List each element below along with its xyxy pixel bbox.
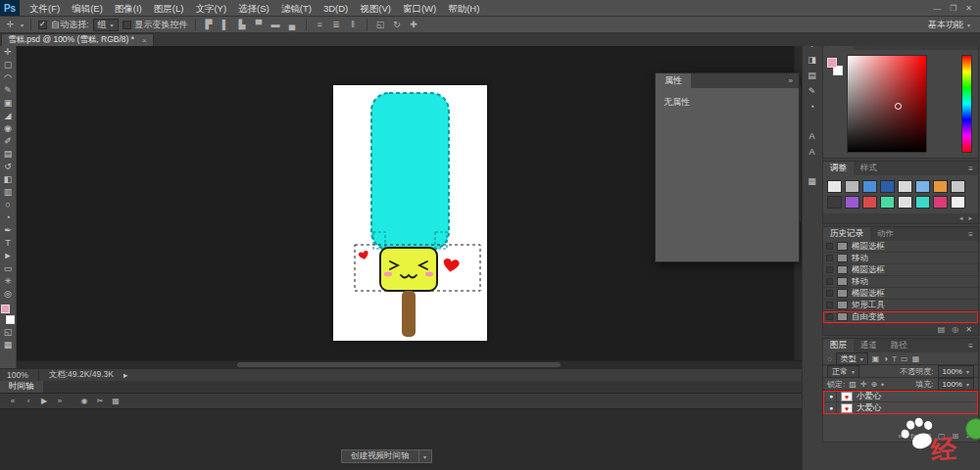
adjustment-swatch[interactable] (845, 196, 859, 209)
distribute-icon-1[interactable]: ≡ (314, 20, 326, 29)
tool-screen-mode[interactable]: ▦ (0, 339, 16, 352)
tool-gradient[interactable]: ▥ (0, 186, 16, 199)
first-frame-icon[interactable]: « (6, 397, 20, 405)
minimize-icon[interactable]: — (933, 4, 941, 13)
tool-clone-stamp[interactable]: ▤ (0, 148, 16, 161)
move-tool-preset-icon[interactable]: ✛ (4, 20, 17, 29)
tool-eraser[interactable]: ◧ (0, 173, 16, 186)
visibility-eye-icon[interactable]: ● (826, 392, 837, 401)
history-source-box[interactable] (826, 266, 833, 273)
adjustment-swatch[interactable] (898, 180, 912, 193)
prev-icon[interactable]: ◂ (959, 214, 963, 222)
history-item[interactable]: 椭圆选框 (823, 288, 978, 300)
panel-menu-icon[interactable]: ≡ (968, 342, 978, 351)
tool-shape[interactable]: ▭ (0, 262, 16, 275)
horizontal-scrollbar[interactable] (17, 360, 802, 368)
collapse-panel-icon[interactable]: » (789, 76, 799, 85)
character-panel-icon[interactable]: A (808, 131, 814, 141)
tool-quick-mask[interactable]: ◱ (0, 326, 16, 339)
align-vcenter-icon[interactable]: ▬ (270, 20, 282, 29)
align-hcenter-icon[interactable]: ▌ (220, 20, 232, 29)
history-item-highlighted[interactable]: 自由变换 (823, 311, 978, 323)
adjustment-swatch[interactable] (845, 180, 859, 193)
foreground-color-swatch[interactable] (1, 305, 10, 313)
tool-preset-caret-icon[interactable]: ▾ (21, 22, 24, 28)
tool-marquee[interactable]: ▢ (0, 59, 16, 71)
tool-lasso[interactable]: ◠ (0, 71, 16, 84)
history-source-box[interactable] (826, 302, 833, 308)
tab-layers[interactable]: 图层 (823, 339, 854, 352)
adjustment-swatch[interactable] (862, 180, 877, 193)
opacity-dropdown[interactable]: 100%▾ (938, 365, 974, 378)
tool-quick-select[interactable]: ✎ (0, 84, 16, 97)
lock-pixels-icon[interactable]: ⊕ (871, 380, 878, 389)
panel-menu-icon[interactable]: ≡ (968, 230, 978, 239)
audio-icon[interactable]: ◉ (77, 397, 91, 405)
3d-mode-icon-3[interactable]: ✚ (408, 20, 420, 29)
tool-healing-brush[interactable]: ◉ (0, 122, 16, 135)
adjustment-swatch[interactable] (862, 196, 877, 209)
tool-pen[interactable]: ✒ (0, 224, 16, 237)
hue-slider[interactable] (961, 55, 972, 153)
adjustment-swatch[interactable] (915, 196, 930, 209)
clone-source-panel-icon[interactable]: ◔ (809, 102, 814, 112)
filter-adjustment-icon[interactable]: ◑ (883, 354, 888, 363)
filter-type-dropdown[interactable]: 类型▾ (836, 352, 868, 365)
status-arrow-icon[interactable]: ▸ (123, 370, 127, 380)
tab-close-icon[interactable]: × (142, 36, 147, 45)
adjustment-swatch[interactable] (880, 196, 895, 209)
history-source-box[interactable] (826, 243, 833, 250)
delete-state-icon[interactable]: ✕ (965, 325, 972, 334)
lock-position-icon[interactable]: ✛ (860, 380, 867, 389)
tool-brush[interactable]: ✐ (0, 135, 16, 148)
history-source-box[interactable] (826, 278, 833, 285)
tool-eyedropper[interactable]: ◢ (0, 110, 16, 122)
zoom-level[interactable]: 100% (7, 370, 28, 380)
history-source-box[interactable] (826, 255, 833, 261)
menu-layer[interactable]: 图层(L) (148, 0, 190, 17)
create-timeline-dropdown-icon[interactable]: ▾ (419, 449, 432, 463)
color-picker-cursor[interactable] (895, 103, 902, 110)
filter-shape-icon[interactable]: ▭ (901, 354, 908, 363)
background-color-swatch[interactable] (6, 315, 15, 324)
previous-frame-icon[interactable]: ‹ (22, 397, 35, 405)
blend-mode-dropdown[interactable]: 正常▾ (827, 365, 859, 378)
adjustment-swatch[interactable] (933, 180, 948, 193)
distribute-icon-2[interactable]: ≣ (330, 20, 343, 29)
tab-history[interactable]: 历史记录 (823, 227, 870, 241)
horizontal-scroll-thumb[interactable] (237, 362, 561, 367)
visibility-eye-icon[interactable]: ● (826, 403, 837, 413)
new-document-from-state-icon[interactable]: ▤ (938, 325, 946, 334)
tab-actions[interactable]: 动作 (870, 227, 901, 241)
transition-icon[interactable]: ▦ (109, 397, 122, 405)
menu-image[interactable]: 图像(I) (109, 0, 148, 17)
menu-3d[interactable]: 3D(D) (318, 0, 354, 17)
brush-panel-icon[interactable]: ✎ (808, 86, 816, 96)
panel-menu-icon[interactable]: ≡ (968, 164, 978, 173)
swatches-panel-icon[interactable]: ▤ (808, 70, 816, 80)
layer-row-small-heart[interactable]: ● ♥ 小爱心 (823, 391, 978, 402)
play-icon[interactable]: ▶ (37, 397, 51, 405)
tool-hand[interactable]: ✳ (0, 275, 16, 288)
tool-type[interactable]: T (0, 237, 16, 250)
document-tab[interactable]: 雪糕.psd @ 100% (雪糕, RGB/8) * × (1, 33, 154, 46)
filter-type-icon[interactable]: T (892, 354, 897, 363)
styles-panel-icon[interactable]: ◨ (808, 55, 816, 65)
floating-action-button[interactable] (965, 418, 980, 440)
history-item[interactable]: 移动 (823, 253, 978, 264)
filter-pixel-icon[interactable]: ▣ (872, 354, 880, 363)
history-source-box[interactable] (826, 290, 833, 297)
align-top-icon[interactable]: ▀ (253, 20, 266, 29)
adjustment-swatch[interactable] (933, 196, 948, 209)
adjustment-swatch[interactable] (951, 180, 965, 193)
layer-thumbnail[interactable]: ♥ (841, 392, 853, 401)
auto-select-dropdown[interactable]: 组▾ (93, 19, 119, 31)
new-snapshot-icon[interactable]: ◎ (952, 325, 958, 334)
lock-transparency-icon[interactable]: ▨ (849, 380, 857, 389)
tool-zoom[interactable]: ◎ (0, 288, 16, 301)
next-icon[interactable]: ▸ (968, 214, 972, 222)
tab-properties[interactable]: 属性 (656, 73, 691, 88)
adjustment-swatch[interactable] (915, 180, 930, 193)
tool-crop[interactable]: ▣ (0, 97, 16, 110)
layer-row-big-heart[interactable]: ● ♥ 大爱心 (823, 402, 978, 414)
